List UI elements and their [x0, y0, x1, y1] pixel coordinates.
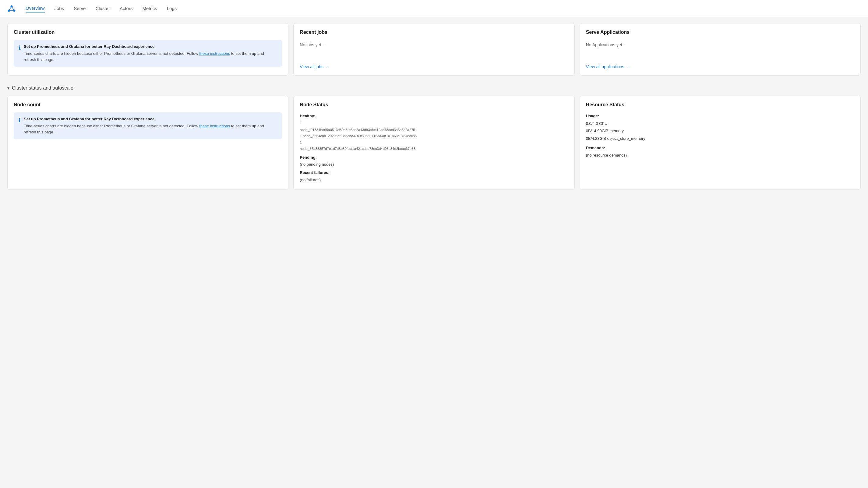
info-icon-2: ℹ	[19, 117, 21, 135]
node-status-content: Healthy: 1 node_f01334bd65a0513d80d8fa6e…	[300, 113, 568, 183]
cluster-status-section-header[interactable]: ▾ Cluster status and autoscaler	[7, 85, 861, 91]
nav-item-overview[interactable]: Overview	[26, 4, 45, 12]
arrow-right-icon-2: →	[626, 64, 630, 69]
failures-value: (no failures)	[300, 176, 568, 183]
arrow-right-icon: →	[325, 64, 330, 69]
object-store-usage: 0B/4.23GiB object_store_memory	[586, 135, 854, 143]
view-all-jobs-link[interactable]: View all jobs →	[300, 58, 568, 69]
cluster-utilization-info-box: ℹ Set up Prometheus and Grafana for bett…	[14, 40, 282, 67]
pending-label: Pending:	[300, 155, 317, 160]
resource-status-content: Usage: 0.0/4.0 CPU 0B/14.90GiB memory 0B…	[586, 113, 854, 159]
node-status-card: Node Status Healthy: 1 node_f01334bd65a0…	[293, 96, 575, 190]
logo-icon	[7, 4, 16, 13]
cpu-usage: 0.0/4.0 CPU	[586, 120, 854, 128]
demands-label: Demands:	[586, 146, 605, 150]
memory-usage: 0B/14.90GiB memory	[586, 127, 854, 135]
serve-applications-card: Serve Applications No Applications yet..…	[580, 23, 861, 75]
nav-item-actors[interactable]: Actors	[120, 5, 133, 12]
info-icon: ℹ	[19, 44, 21, 62]
nav-item-jobs[interactable]: Jobs	[55, 5, 64, 12]
node-status-title: Node Status	[300, 102, 568, 108]
resource-status-title: Resource Status	[586, 102, 854, 108]
node-count-title: Node count	[14, 102, 282, 108]
instructions-link[interactable]: these instructions	[199, 51, 230, 56]
failures-label: Recent failures:	[300, 170, 330, 175]
top-cards-row: Cluster utilization ℹ Set up Prometheus …	[7, 23, 861, 75]
usage-label: Usage:	[586, 114, 599, 118]
chevron-down-icon: ▾	[7, 86, 9, 90]
healthy-label: Healthy:	[300, 114, 315, 118]
node-id-1: 1 node_3554c88120203df27f83bc37b0f398807…	[300, 133, 568, 139]
nav-item-metrics[interactable]: Metrics	[142, 5, 157, 12]
recent-jobs-empty: No jobs yet...	[300, 40, 568, 50]
serve-applications-empty: No Applications yet...	[586, 40, 854, 50]
svg-line-3	[9, 6, 11, 11]
logo	[7, 4, 16, 13]
node-id-3: node_55a38357d7e1d7d8b80fcfa1a421ccbe78d…	[300, 146, 568, 152]
svg-line-4	[11, 6, 14, 11]
demands-value: (no resource demands)	[586, 152, 854, 159]
bottom-cards-row: Node count ℹ Set up Prometheus and Grafa…	[7, 96, 861, 190]
view-all-applications-link[interactable]: View all applications →	[586, 58, 854, 69]
nav-item-serve[interactable]: Serve	[74, 5, 86, 12]
cluster-status-section-title: Cluster status and autoscaler	[12, 85, 75, 91]
cluster-utilization-card: Cluster utilization ℹ Set up Prometheus …	[7, 23, 288, 75]
serve-applications-title: Serve Applications	[586, 30, 854, 35]
top-nav: Overview Jobs Serve Cluster Actors Metri…	[0, 0, 868, 17]
cluster-utilization-title: Cluster utilization	[14, 30, 282, 35]
resource-status-card: Resource Status Usage: 0.0/4.0 CPU 0B/14…	[580, 96, 861, 190]
main-content: Cluster utilization ℹ Set up Prometheus …	[0, 17, 868, 206]
node-count-card: Node count ℹ Set up Prometheus and Grafa…	[7, 96, 288, 190]
recent-jobs-title: Recent jobs	[300, 30, 568, 35]
healthy-count: 1	[300, 119, 568, 126]
node-count-info-box: ℹ Set up Prometheus and Grafana for bett…	[14, 113, 282, 139]
node-id-2: 1	[300, 139, 568, 146]
instructions-link-2[interactable]: these instructions	[199, 124, 230, 128]
pending-value: (no pending nodes)	[300, 161, 568, 168]
node-id-0: node_f01334bd65a0513d80d8fa6ee2a43d93efe…	[300, 127, 568, 133]
nav-item-cluster[interactable]: Cluster	[95, 5, 110, 12]
info-body: Time-series charts are hidden because ei…	[24, 51, 277, 62]
node-count-info-title: Set up Prometheus and Grafana for better…	[24, 117, 277, 121]
nav-item-logs[interactable]: Logs	[167, 5, 177, 12]
info-title: Set up Prometheus and Grafana for better…	[24, 44, 277, 49]
recent-jobs-card: Recent jobs No jobs yet... View all jobs…	[293, 23, 575, 75]
node-count-info-body: Time-series charts are hidden because ei…	[24, 123, 277, 135]
